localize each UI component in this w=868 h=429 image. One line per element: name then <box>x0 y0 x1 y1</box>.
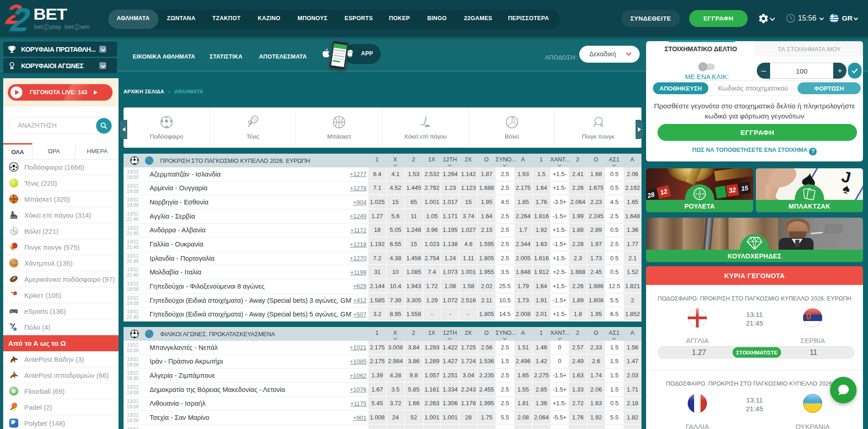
svg-text:♢: ♢ <box>811 195 814 199</box>
svg-text:♡: ♡ <box>809 190 812 194</box>
